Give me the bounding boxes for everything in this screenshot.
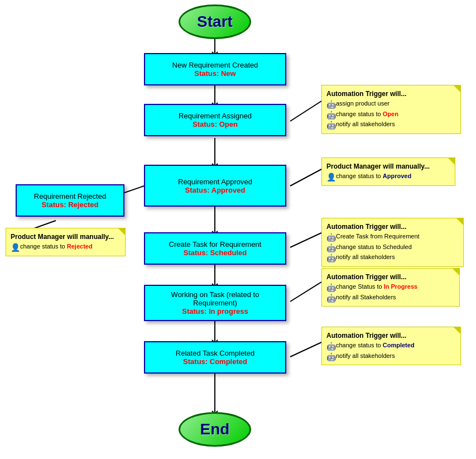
note-progress-line2: notify all Stakeholders — [336, 293, 396, 302]
person-icon-approved: 👤 — [326, 171, 334, 179]
note-open: Automation Trigger will... 🤖 assign prod… — [321, 85, 461, 134]
req-approved-status: Status: Approved — [185, 186, 246, 194]
note-rejected-title: Product Manager will manually... — [11, 232, 121, 242]
note-approved-body: 👤 change status to Approved — [326, 171, 450, 181]
req-rejected-title: Requirement Rejected — [34, 192, 106, 200]
req-assigned-status: Status: Open — [193, 120, 238, 128]
working-task-box: Working on Task (related to Requirement)… — [144, 285, 286, 321]
note-rejected-line1: change status to Rejected — [20, 242, 93, 251]
working-task-title: Working on Task (related to Requirement) — [150, 290, 281, 307]
note-progress-line1: change Status to In Progress — [336, 282, 417, 291]
create-task-title: Create Task for Requirement — [169, 240, 262, 248]
note-open-line3: notify all stakeholders — [336, 119, 395, 129]
robot-icon-10: 🤖 — [326, 351, 334, 359]
req-assigned-title: Requirement Assigned — [179, 112, 252, 120]
note-scheduled-line3: notify all stakeholders — [336, 252, 395, 262]
create-task-status: Status: Scheduled — [184, 248, 247, 257]
note-progress-body: 🤖 change Status to In Progress 🤖 notify … — [326, 282, 455, 302]
new-req-title: New Requirement Created — [172, 61, 258, 69]
robot-icon-6: 🤖 — [326, 252, 334, 260]
note-completed: Automation Trigger will... 🤖 change stat… — [321, 327, 461, 365]
note-open-body: 🤖 assign product user 🤖 change status to… — [326, 99, 456, 129]
req-approved-box: Requirement Approved Status: Approved — [144, 165, 286, 207]
note-progress-title: Automation Trigger will... — [326, 272, 455, 282]
svg-line-7 — [290, 101, 321, 121]
svg-line-8 — [290, 169, 321, 186]
note-completed-title: Automation Trigger will... — [326, 331, 456, 341]
robot-icon-8: 🤖 — [326, 293, 334, 300]
task-completed-status: Status: Completed — [183, 357, 247, 366]
note-rejected: Product Manager will manually... 👤 chang… — [6, 228, 126, 256]
start-label: Start — [197, 13, 233, 31]
create-task-box: Create Task for Requirement Status: Sche… — [144, 232, 286, 265]
req-rejected-status: Status: Rejected — [42, 200, 99, 209]
task-completed-title: Related Task Completed — [176, 349, 254, 357]
note-approved-title: Product Manager will manually... — [326, 161, 450, 171]
note-open-line2: change status to Open — [336, 109, 398, 119]
robot-icon-5: 🤖 — [326, 242, 334, 250]
robot-icon-3: 🤖 — [326, 119, 334, 127]
start-node: Start — [179, 4, 251, 39]
note-scheduled: Automation Trigger will... 🤖 Create Task… — [321, 218, 464, 267]
note-scheduled-line2: change status to Scheduled — [336, 242, 412, 252]
req-rejected-box: Requirement Rejected Status: Rejected — [16, 184, 124, 217]
new-req-status: Status: New — [194, 69, 235, 78]
person-icon-rejected: 👤 — [11, 242, 18, 250]
task-completed-box: Related Task Completed Status: Completed — [144, 341, 286, 374]
robot-icon-2: 🤖 — [326, 109, 334, 117]
robot-icon-1: 🤖 — [326, 99, 334, 107]
svg-line-12 — [290, 342, 321, 357]
end-label: End — [200, 420, 230, 438]
note-completed-body: 🤖 change status to Completed 🤖 notify al… — [326, 341, 456, 360]
note-scheduled-body: 🤖 Create Task from Requirement 🤖 change … — [326, 232, 459, 262]
note-approved-line1: change status to Approved — [336, 171, 411, 181]
req-approved-title: Requirement Approved — [178, 178, 252, 186]
flowchart-diagram: Start New Requirement Created Status: Ne… — [0, 0, 476, 459]
note-open-line1: assign product user — [336, 99, 390, 108]
note-scheduled-title: Automation Trigger will... — [326, 222, 459, 232]
note-progress: Automation Trigger will... 🤖 change Stat… — [321, 268, 460, 307]
svg-line-11 — [290, 282, 321, 302]
note-open-title: Automation Trigger will... — [326, 89, 456, 99]
robot-icon-9: 🤖 — [326, 341, 334, 348]
robot-icon-4: 🤖 — [326, 232, 334, 240]
new-requirement-box: New Requirement Created Status: New — [144, 53, 286, 85]
working-task-status: Status: In progress — [182, 307, 248, 315]
end-node: End — [179, 412, 251, 447]
robot-icon-7: 🤖 — [326, 282, 334, 290]
note-scheduled-line1: Create Task from Requirement — [336, 232, 420, 241]
note-rejected-body: 👤 change status to Rejected — [11, 242, 121, 251]
svg-line-10 — [290, 233, 321, 247]
note-approved: Product Manager will manually... 👤 chang… — [321, 157, 455, 186]
note-completed-line1: change status to Completed — [336, 341, 415, 350]
note-completed-line2: notify all stakeholders — [336, 351, 395, 361]
req-assigned-box: Requirement Assigned Status: Open — [144, 104, 286, 136]
